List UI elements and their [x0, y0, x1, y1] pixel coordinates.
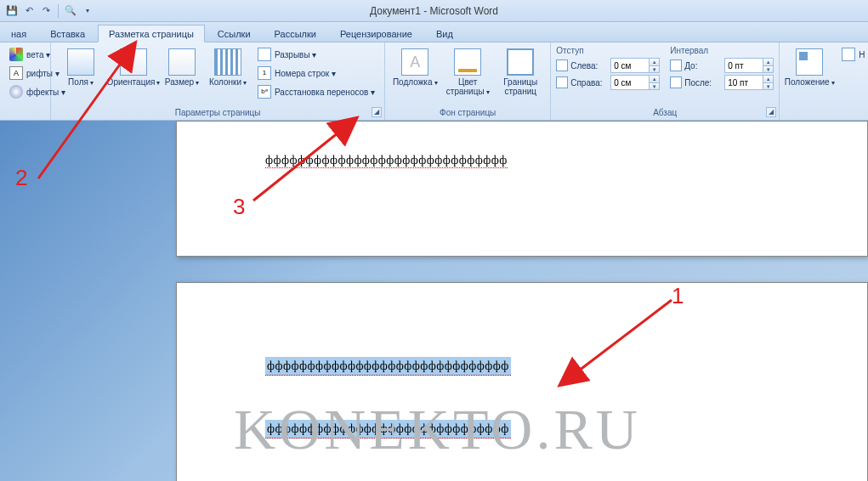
- spin-up[interactable]: ▲: [763, 76, 773, 82]
- group-page-setup-label: Параметры страницы: [56, 106, 379, 120]
- page-2[interactable]: фффффффффффффффффффффффффффффф ффффффффф…: [176, 282, 868, 481]
- spacing-before-spinner[interactable]: ▲▼: [724, 58, 774, 73]
- margins-button[interactable]: Поля: [56, 46, 105, 90]
- breaks-button[interactable]: Разрывы ▾: [253, 46, 379, 63]
- spacing-before-label: До:: [684, 61, 722, 71]
- spin-down[interactable]: ▼: [763, 65, 773, 72]
- tab-mailings[interactable]: Рассылки: [264, 25, 327, 42]
- spin-up[interactable]: ▲: [649, 59, 659, 65]
- watermark-button[interactable]: Подложка: [390, 46, 440, 90]
- page-borders-icon: [507, 48, 534, 76]
- page-1[interactable]: фффффффффффффффффффффффффффффф: [176, 121, 868, 257]
- spin-down[interactable]: ▼: [763, 82, 773, 89]
- tab-view[interactable]: Вид: [425, 25, 464, 42]
- spacing-after-spinner[interactable]: ▲▼: [724, 75, 774, 90]
- annotation-number-2: 2: [15, 165, 27, 191]
- wrap-button[interactable]: Н: [837, 46, 868, 63]
- columns-icon: [214, 48, 241, 76]
- title-bar: 💾 ↶ ↷ 🔍 ▾ Документ1 - Microsoft Word: [0, 0, 868, 22]
- spacing-after-icon: [670, 76, 682, 88]
- spacing-after-label: После:: [684, 78, 722, 88]
- palette-icon: [9, 48, 23, 61]
- indent-right-input[interactable]: [611, 77, 649, 88]
- document-canvas[interactable]: фффффффффффффффффффффффффффффф ффффффффф…: [0, 121, 868, 481]
- spacing-before-icon: [670, 59, 682, 71]
- annotation-number-3: 3: [233, 194, 245, 220]
- save-icon[interactable]: 💾: [5, 4, 19, 18]
- text-line-sel-1[interactable]: фффффффффффффффффффффффффффффф: [265, 359, 511, 373]
- text-line-sel-2[interactable]: фффффффффффффффффффффффффффффф: [265, 422, 511, 436]
- columns-button[interactable]: Колонки: [206, 46, 250, 90]
- group-page-setup: Поля Ориентация Размер Колонки Разрывы ▾…: [51, 42, 385, 120]
- group-arrange: Положение Н: [780, 42, 868, 120]
- page-color-button[interactable]: Цвет страницы: [443, 46, 492, 99]
- spin-down[interactable]: ▼: [649, 82, 659, 89]
- tab-page-layout[interactable]: Разметка страницы: [98, 25, 205, 42]
- ribbon: вета ▾ Aрифты ▾ ффекты ▾ Поля Ориентация…: [0, 42, 868, 121]
- group-arrange-label: [785, 106, 868, 120]
- indent-panel: Отступ Слева: ▲▼ Справа: ▲▼: [556, 46, 660, 90]
- qat-dropdown-icon[interactable]: ▾: [81, 4, 94, 18]
- orientation-button[interactable]: Ориентация: [109, 46, 158, 90]
- tab-home[interactable]: ная: [0, 25, 37, 42]
- position-icon: [796, 48, 823, 76]
- orientation-icon: [120, 48, 147, 76]
- text-line-1[interactable]: фффффффффффффффффффффффффффффф: [265, 154, 508, 168]
- indent-left-input[interactable]: [611, 60, 649, 71]
- effects-icon: [9, 85, 23, 99]
- group-paragraph: Отступ Слева: ▲▼ Справа: ▲▼: [551, 42, 780, 120]
- undo-icon[interactable]: ↶: [22, 4, 36, 18]
- hyphenation-button[interactable]: bᵃРасстановка переносов ▾: [253, 83, 379, 100]
- tab-review[interactable]: Рецензирование: [329, 25, 423, 42]
- indent-left-icon: [556, 59, 568, 71]
- indent-right-icon: [556, 76, 568, 88]
- preview-icon[interactable]: 🔍: [64, 4, 77, 18]
- indent-left-spinner[interactable]: ▲▼: [610, 58, 660, 73]
- redo-icon[interactable]: ↷: [39, 4, 53, 18]
- page-color-icon: [454, 48, 481, 76]
- ribbon-tabs: ная Вставка Разметка страницы Ссылки Рас…: [0, 22, 868, 42]
- indent-left-label: Слева:: [570, 61, 608, 71]
- line-numbers-icon: 1: [258, 66, 271, 80]
- indent-header: Отступ: [556, 46, 660, 55]
- spin-down[interactable]: ▼: [649, 65, 659, 72]
- spacing-before-input[interactable]: [725, 60, 763, 71]
- spacing-panel: Интервал До: ▲▼ После: ▲▼: [670, 46, 774, 90]
- paragraph-dialog-launcher[interactable]: ◢: [766, 107, 776, 117]
- spin-up[interactable]: ▲: [649, 76, 659, 82]
- size-button[interactable]: Размер: [162, 46, 202, 90]
- line-numbers-button[interactable]: 1Номера строк ▾: [253, 65, 379, 82]
- watermark-icon: [401, 48, 428, 76]
- spin-up[interactable]: ▲: [763, 59, 773, 65]
- margins-icon: [67, 48, 94, 76]
- breaks-icon: [258, 48, 271, 61]
- position-button[interactable]: Положение: [785, 46, 834, 90]
- tab-insert[interactable]: Вставка: [39, 25, 96, 42]
- indent-right-spinner[interactable]: ▲▼: [610, 75, 660, 90]
- window-title: Документ1 - Microsoft Word: [0, 5, 868, 17]
- annotation-number-1: 1: [672, 283, 684, 309]
- group-paragraph-label: Абзац: [556, 106, 774, 120]
- tab-references[interactable]: Ссылки: [207, 25, 262, 42]
- page-borders-button[interactable]: Границы страниц: [496, 46, 545, 99]
- separator: [58, 4, 59, 18]
- spacing-header: Интервал: [670, 46, 774, 55]
- size-icon: [168, 48, 196, 76]
- group-page-bg-label: Фон страницы: [390, 106, 545, 120]
- indent-right-label: Справа:: [570, 78, 608, 88]
- group-themes: вета ▾ Aрифты ▾ ффекты ▾: [0, 42, 51, 120]
- quick-access-toolbar: 💾 ↶ ↷ 🔍 ▾: [5, 4, 94, 18]
- spacing-after-input[interactable]: [725, 77, 763, 88]
- group-page-background: Подложка Цвет страницы Границы страниц Ф…: [385, 42, 551, 120]
- fonts-icon: A: [9, 66, 23, 80]
- wrap-icon: [842, 48, 855, 61]
- page-setup-dialog-launcher[interactable]: ◢: [372, 107, 382, 117]
- group-themes-label: [5, 106, 45, 120]
- hyphenation-icon: bᵃ: [258, 85, 271, 99]
